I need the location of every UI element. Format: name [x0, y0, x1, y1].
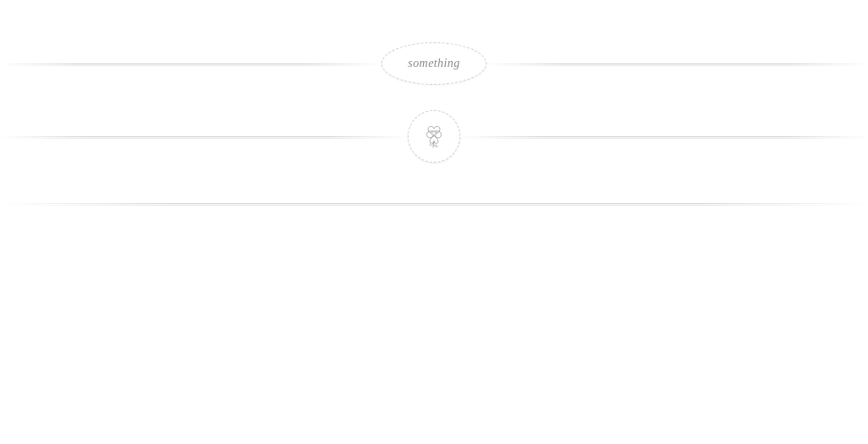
divider-line-left-2	[0, 136, 409, 137]
something-label: something	[408, 57, 459, 70]
divider-line-3	[0, 203, 868, 204]
divider-row-3	[0, 203, 868, 204]
divider-row-1: something	[0, 42, 868, 85]
divider-line-left-1	[0, 64, 383, 64]
rose-icon	[418, 120, 450, 153]
divider-line-right-2	[459, 136, 868, 137]
divider-line-right-1	[485, 64, 868, 64]
something-badge: something	[381, 42, 486, 85]
divider-row-2	[0, 110, 868, 163]
page: something	[0, 0, 868, 444]
rose-badge	[408, 110, 460, 163]
svg-point-0	[431, 131, 437, 136]
